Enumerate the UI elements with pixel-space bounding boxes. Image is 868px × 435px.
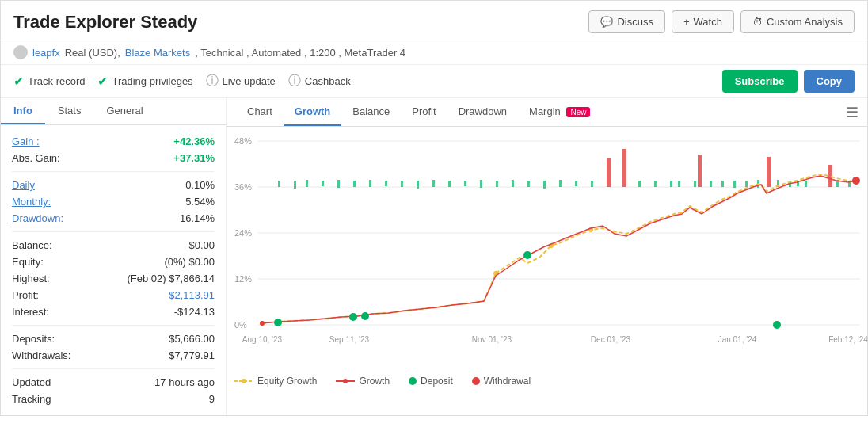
- user-avatar: [13, 45, 28, 59]
- legend-growth: Growth: [336, 376, 390, 387]
- chart-tab-growth[interactable]: Growth: [284, 98, 342, 126]
- daily-label[interactable]: Daily: [12, 179, 35, 191]
- chart-tab-balance[interactable]: Balance: [341, 98, 401, 126]
- legend-equity-growth: Equity Growth: [234, 376, 317, 387]
- svg-point-54: [852, 177, 860, 185]
- tab-stats[interactable]: Stats: [45, 98, 94, 124]
- updated-value: 17 hours ago: [154, 376, 215, 388]
- left-tabs: Info Stats General: [1, 98, 226, 125]
- badge-track-record-label: Track record: [28, 75, 85, 87]
- abs-gain-value: +37.31%: [173, 152, 215, 164]
- svg-rect-22: [527, 181, 530, 187]
- subheader: leapfx Real (USD), Blaze Markets , Techn…: [1, 40, 867, 65]
- y-label-0: 0%: [234, 320, 247, 330]
- broker-link[interactable]: Blaze Markets: [125, 47, 190, 59]
- discuss-icon: 💬: [600, 16, 613, 28]
- svg-rect-33: [694, 181, 696, 187]
- equity-value: (0%) $0.00: [164, 256, 215, 268]
- chart-tab-profit[interactable]: Profit: [401, 98, 447, 126]
- svg-rect-45: [828, 165, 832, 187]
- chart-legend: Equity Growth Growth Deposit Withdrawal: [227, 371, 868, 393]
- custom-analysis-button[interactable]: ⏱ Custom Analysis: [740, 10, 855, 33]
- svg-point-56: [242, 379, 246, 383]
- highest-value: (Feb 02) $7,866.14: [127, 273, 215, 284]
- tracking-value: 9: [209, 393, 215, 405]
- svg-rect-37: [733, 181, 736, 188]
- svg-rect-44: [805, 181, 807, 187]
- daily-value: 0.10%: [185, 179, 215, 191]
- monthly-value: 5.54%: [185, 196, 215, 208]
- svg-rect-24: [559, 180, 562, 187]
- svg-rect-21: [512, 180, 514, 187]
- svg-point-58: [343, 379, 348, 383]
- legend-withdrawal-label: Withdrawal: [484, 376, 531, 387]
- drawdown-value: 16.14%: [180, 212, 215, 224]
- monthly-label[interactable]: Monthly:: [12, 196, 51, 208]
- legend-growth-icon: [336, 377, 355, 385]
- header-actions: 💬 Discuss + Watch ⏱ Custom Analysis: [588, 10, 855, 33]
- svg-rect-26: [591, 181, 593, 187]
- plus-icon: +: [683, 16, 690, 28]
- watch-button[interactable]: + Watch: [672, 10, 734, 33]
- chart-tab-margin[interactable]: Margin New: [518, 98, 601, 126]
- svg-rect-36: [721, 181, 724, 187]
- svg-rect-15: [417, 181, 419, 189]
- tab-general[interactable]: General: [93, 98, 155, 124]
- svg-rect-25: [575, 181, 577, 186]
- user-account-type: Real (USD),: [65, 47, 120, 59]
- deposits-label: Deposits:: [12, 333, 55, 345]
- badge-live-update: ⓘ Live update: [206, 73, 276, 90]
- badge-track-record: ✔ Track record: [13, 74, 85, 89]
- badge-trading-privileges-label: Trading privileges: [112, 75, 192, 87]
- x-label-dec: Dec 01, '23: [591, 335, 631, 344]
- x-label-sep: Sep 11, '23: [329, 335, 370, 344]
- svg-rect-16: [432, 180, 435, 187]
- check-icon-track: ✔: [13, 74, 24, 89]
- tab-info[interactable]: Info: [1, 98, 45, 124]
- chart-tab-chart[interactable]: Chart: [236, 98, 284, 126]
- chart-tab-drawdown[interactable]: Drawdown: [447, 98, 518, 126]
- drawdown-label[interactable]: Drawdown:: [12, 212, 63, 224]
- legend-deposit: Deposit: [409, 376, 453, 387]
- discuss-button[interactable]: 💬 Discuss: [588, 10, 665, 33]
- gain-label[interactable]: Gain :: [12, 135, 40, 147]
- svg-rect-6: [278, 181, 280, 187]
- svg-rect-11: [353, 181, 356, 187]
- svg-rect-32: [678, 181, 680, 187]
- chart-tabs: Chart Growth Balance Profit Drawdown Mar…: [227, 98, 868, 127]
- svg-rect-9: [322, 181, 324, 186]
- interest-value: -$124.13: [174, 306, 215, 318]
- svg-rect-8: [306, 180, 308, 187]
- stat-updated: Updated 17 hours ago: [12, 374, 215, 391]
- copy-button[interactable]: Copy: [804, 70, 855, 93]
- stat-gain: Gain : +42.36%: [12, 133, 215, 150]
- svg-rect-12: [369, 180, 371, 187]
- svg-rect-40: [767, 157, 771, 187]
- svg-rect-34: [698, 155, 702, 187]
- badge-cashback: ⓘ Cashback: [288, 73, 351, 90]
- legend-equity-growth-label: Equity Growth: [257, 376, 317, 387]
- action-buttons: Subscribe Copy: [722, 70, 855, 93]
- chart-settings-icon[interactable]: ☰: [846, 104, 858, 121]
- stat-profit: Profit: $2,113.91: [12, 287, 215, 303]
- subscribe-button[interactable]: Subscribe: [722, 70, 798, 93]
- withdrawals-value: $7,779.91: [169, 349, 215, 361]
- badges-row: ✔ Track record ✔ Trading privileges ⓘ Li…: [1, 65, 867, 98]
- svg-rect-18: [464, 181, 466, 186]
- svg-rect-23: [543, 181, 546, 189]
- badge-trading-privileges: ✔ Trading privileges: [97, 74, 192, 89]
- stat-drawdown: Drawdown: 16.14%: [12, 210, 215, 227]
- username-link[interactable]: leapfx: [32, 47, 60, 59]
- x-label-feb: Feb 12, '24: [828, 335, 868, 344]
- left-panel: Info Stats General Gain : +42.36% Abs. G…: [1, 98, 227, 415]
- withdrawals-label: Withdrawals:: [12, 349, 70, 361]
- main-content: Info Stats General Gain : +42.36% Abs. G…: [1, 98, 867, 415]
- balance-value: $0.00: [188, 239, 215, 251]
- growth-line: [262, 176, 856, 323]
- x-label-nov: Nov 01, '23: [472, 335, 512, 344]
- interest-label: Interest:: [12, 306, 49, 318]
- stat-interest: Interest: -$124.13: [12, 303, 215, 320]
- profit-value: $2,113.91: [169, 289, 215, 301]
- deposit-dot: [361, 312, 369, 320]
- svg-rect-38: [745, 181, 748, 187]
